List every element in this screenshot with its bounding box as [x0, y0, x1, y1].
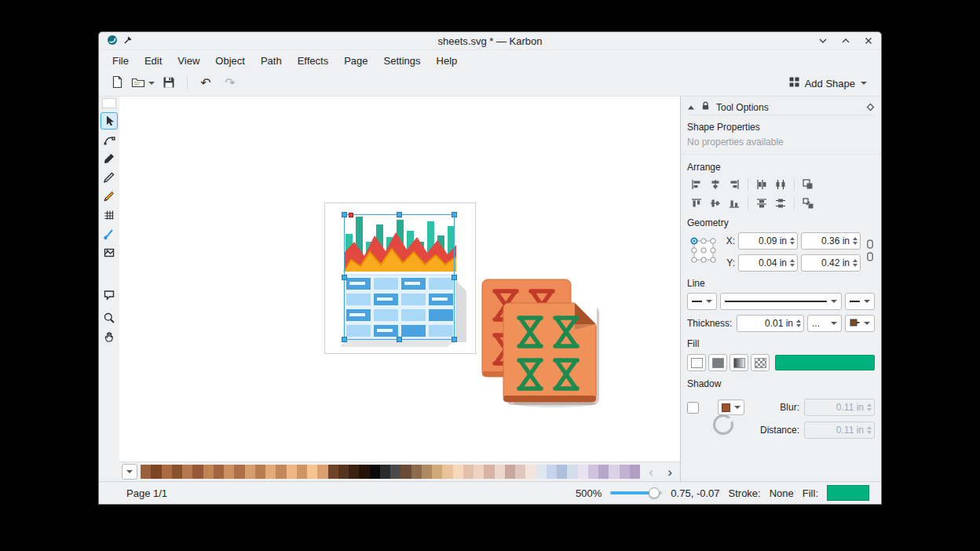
palette-swatch[interactable]	[495, 465, 505, 479]
palette-swatch[interactable]	[620, 465, 630, 479]
add-shape-button[interactable]: Add Shape	[783, 74, 873, 93]
open-dropdown-caret[interactable]	[148, 82, 155, 85]
palette-swatch[interactable]	[432, 465, 442, 479]
palette-swatch[interactable]	[255, 465, 265, 479]
palette-swatch[interactable]	[141, 465, 151, 479]
palette-swatch[interactable]	[359, 465, 369, 479]
palette-swatch[interactable]	[245, 465, 255, 479]
menu-file[interactable]: File	[105, 53, 136, 69]
pan-tool[interactable]	[101, 328, 118, 345]
fill-gradient-button[interactable]	[730, 354, 748, 371]
selection-box[interactable]	[344, 214, 455, 340]
line-join-select[interactable]: ...	[807, 315, 842, 332]
palette-swatch[interactable]	[172, 465, 182, 479]
menu-settings[interactable]: Settings	[377, 53, 428, 69]
palette-swatch[interactable]	[307, 465, 317, 479]
palette-swatch[interactable]	[380, 465, 390, 479]
fill-none-button[interactable]	[687, 354, 706, 371]
palette-swatch[interactable]	[505, 465, 515, 479]
thickness-field[interactable]	[737, 315, 804, 332]
palette-swatch[interactable]	[151, 465, 161, 479]
fill-color-bar[interactable]	[775, 355, 875, 370]
menu-page[interactable]: Page	[337, 53, 375, 69]
distribute-vertical-top-button[interactable]	[752, 195, 771, 212]
palette-swatch[interactable]	[411, 465, 422, 479]
selection-handle[interactable]	[342, 212, 347, 217]
spinner-arrows[interactable]	[853, 237, 858, 246]
lock-icon[interactable]	[701, 101, 710, 113]
close-button[interactable]	[864, 36, 873, 46]
palette-swatch[interactable]	[203, 465, 214, 479]
selection-handle[interactable]	[452, 275, 457, 280]
spinner-arrows[interactable]	[796, 319, 801, 328]
shadow-distance-field[interactable]	[804, 421, 875, 439]
zoom-slider-knob[interactable]	[649, 487, 660, 498]
calligraphy-tool[interactable]	[101, 150, 118, 167]
palette-swatch[interactable]	[453, 465, 463, 479]
distribute-vertical-bottom-button[interactable]	[771, 195, 790, 212]
menu-help[interactable]: Help	[430, 53, 465, 69]
titlebar[interactable]: sheets.svg * — Karbon	[99, 32, 881, 50]
line-start-marker-select[interactable]	[687, 293, 717, 310]
shadow-blur-field[interactable]	[804, 399, 875, 416]
spinner-arrows[interactable]	[853, 259, 858, 268]
palette-swatch[interactable]	[349, 465, 359, 479]
collapse-arrow-icon[interactable]	[687, 102, 695, 113]
palette-swatch[interactable]	[463, 465, 474, 479]
float-diamond-icon[interactable]	[866, 103, 875, 111]
width-field[interactable]	[801, 232, 861, 250]
grid-tool[interactable]	[101, 206, 118, 224]
spinner-arrows[interactable]	[790, 259, 795, 268]
status-fill-swatch[interactable]	[827, 485, 869, 501]
pattern-tool[interactable]	[101, 244, 118, 261]
zoom-slider[interactable]	[610, 486, 662, 500]
canvas[interactable]	[119, 97, 680, 462]
palette-swatch[interactable]	[598, 465, 609, 479]
palette-next-button[interactable]: ›	[662, 464, 678, 480]
palette-swatch[interactable]	[224, 465, 234, 479]
palette-swatch[interactable]	[567, 465, 577, 479]
position-anchor-selector[interactable]	[687, 232, 720, 268]
palette-swatch[interactable]	[390, 465, 400, 479]
palette-swatch[interactable]	[214, 465, 224, 479]
selection-handle[interactable]	[342, 275, 347, 280]
rotation-center-handle[interactable]	[349, 213, 353, 217]
palette-swatch[interactable]	[609, 465, 619, 479]
text-tool[interactable]	[101, 286, 118, 304]
path-edit-tool[interactable]	[101, 131, 118, 148]
distribute-horizontal-left-button[interactable]	[752, 176, 771, 193]
palette-swatch[interactable]	[422, 465, 432, 479]
align-horizontal-right-button[interactable]	[725, 176, 744, 193]
x-position-field[interactable]	[738, 232, 798, 250]
palette-swatch[interactable]	[400, 465, 411, 479]
spinner-arrows[interactable]	[790, 237, 795, 246]
menu-path[interactable]: Path	[254, 53, 289, 69]
new-document-button[interactable]	[107, 73, 127, 93]
open-document-button[interactable]	[131, 73, 155, 93]
palette-swatch[interactable]	[515, 465, 525, 479]
palette-swatch[interactable]	[578, 465, 588, 479]
palette-swatch[interactable]	[484, 465, 494, 479]
line-end-marker-select[interactable]	[845, 293, 875, 310]
shadow-enable-checkbox[interactable]	[687, 402, 699, 414]
shadow-color-select[interactable]	[718, 400, 744, 415]
palette-swatch[interactable]	[182, 465, 192, 479]
palette-swatch[interactable]	[630, 465, 640, 479]
maximize-button[interactable]	[841, 36, 850, 46]
selection-handle[interactable]	[342, 337, 347, 342]
select-tool[interactable]	[101, 112, 118, 130]
selection-handle[interactable]	[397, 337, 402, 342]
document-stack-artwork[interactable]	[480, 277, 599, 407]
palette-swatch[interactable]	[234, 465, 244, 479]
selection-handle[interactable]	[452, 337, 457, 342]
line-cap-select[interactable]	[845, 315, 875, 332]
selection-handle[interactable]	[397, 212, 402, 217]
gradient-tool[interactable]	[101, 225, 118, 243]
palette-expand-button[interactable]	[122, 464, 137, 480]
palette-swatch[interactable]	[474, 465, 484, 479]
palette-swatch[interactable]	[192, 465, 203, 479]
palette-swatch[interactable]	[547, 465, 557, 479]
selection-handle[interactable]	[452, 212, 457, 217]
menu-edit[interactable]: Edit	[137, 53, 169, 69]
align-vertical-center-button[interactable]	[706, 195, 725, 212]
